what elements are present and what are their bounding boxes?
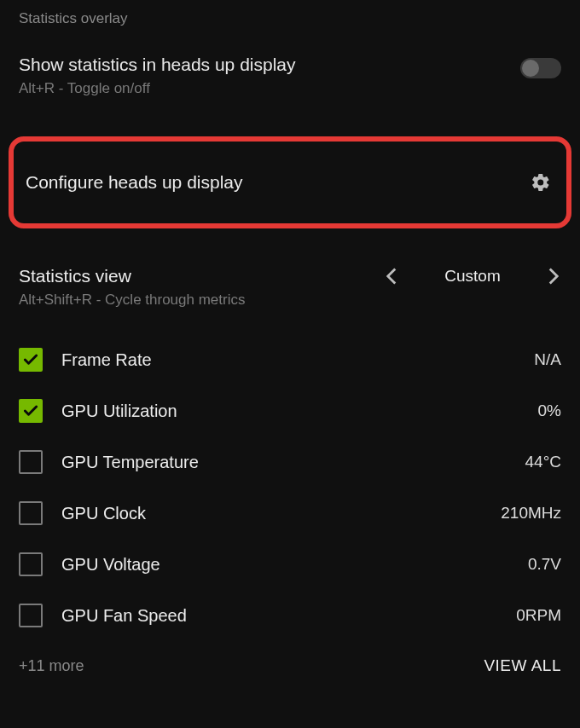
heads-up-title: Show statistics in heads up display: [19, 55, 296, 75]
metric-value: 0%: [538, 402, 561, 420]
metric-row: GPU Utilization0%: [19, 385, 561, 436]
chevron-right-icon[interactable]: [546, 269, 561, 284]
configure-title: Configure heads up display: [26, 172, 243, 193]
metric-value: 0RPM: [516, 606, 561, 625]
metric-row: GPU Clock210MHz: [19, 488, 561, 539]
metrics-list: Frame RateN/AGPU Utilization0%GPU Temper…: [0, 314, 580, 641]
metric-checkbox[interactable]: [19, 450, 43, 474]
heads-up-subtitle: Alt+R - Toggle on/off: [19, 80, 296, 97]
metric-label: GPU Clock: [61, 504, 482, 523]
metric-label: GPU Utilization: [61, 402, 519, 421]
toggle-knob: [522, 60, 539, 77]
section-header: Statistics overlay: [0, 10, 580, 34]
metric-label: Frame Rate: [61, 350, 515, 370]
stats-view-subtitle: Alt+Shift+R - Cycle through metrics: [19, 292, 561, 309]
metric-value: N/A: [534, 350, 561, 369]
stats-view-header: Statistics view Custom: [19, 266, 561, 286]
metric-row: GPU Temperature44°C: [19, 436, 561, 488]
view-all-button[interactable]: VIEW ALL: [484, 656, 561, 675]
metric-label: GPU Voltage: [61, 555, 509, 575]
metric-checkbox[interactable]: [19, 501, 43, 525]
metric-checkbox[interactable]: [19, 348, 43, 372]
metric-checkbox[interactable]: [19, 552, 43, 576]
metric-row: GPU Voltage0.7V: [19, 539, 561, 590]
metric-checkbox[interactable]: [19, 604, 43, 627]
configure-hud-row[interactable]: Configure heads up display: [9, 136, 571, 228]
metric-row: Frame RateN/A: [19, 334, 561, 385]
heads-up-text: Show statistics in heads up display Alt+…: [19, 55, 296, 97]
heads-up-toggle[interactable]: [520, 58, 561, 78]
metric-value: 44°C: [525, 453, 561, 471]
stats-view-value: Custom: [438, 267, 507, 286]
gear-icon: [531, 172, 551, 193]
metric-label: GPU Fan Speed: [61, 606, 497, 626]
metric-row: GPU Fan Speed0RPM: [19, 590, 561, 641]
stats-view-title: Statistics view: [19, 266, 131, 286]
more-count: +11 more: [19, 657, 84, 675]
metric-checkbox[interactable]: [19, 399, 43, 423]
metrics-footer: +11 more VIEW ALL: [0, 641, 580, 687]
stats-view-section: Statistics view Custom Alt+Shift+R - Cyc…: [0, 228, 580, 314]
metric-label: GPU Temperature: [61, 453, 507, 472]
metric-value: 210MHz: [501, 504, 561, 523]
heads-up-toggle-row: Show statistics in heads up display Alt+…: [0, 34, 580, 104]
chevron-left-icon[interactable]: [384, 269, 399, 284]
metric-value: 0.7V: [528, 555, 561, 574]
stats-view-selector: Custom: [384, 267, 561, 286]
